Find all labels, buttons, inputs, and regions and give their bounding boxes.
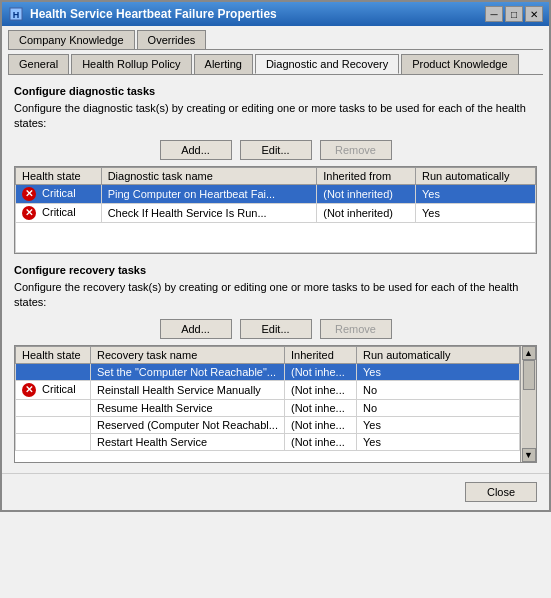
tab-overrides[interactable]: Overrides	[137, 30, 207, 49]
diagnostic-table: Health state Diagnostic task name Inheri…	[15, 167, 536, 253]
window-title: Health Service Heartbeat Failure Propert…	[30, 7, 277, 21]
diagnostic-col-task-name: Diagnostic task name	[101, 167, 317, 184]
content-area: Configure diagnostic tasks Configure the…	[2, 75, 549, 473]
minimize-button[interactable]: ─	[485, 6, 503, 22]
tab-diagnostic-recovery[interactable]: Diagnostic and Recovery	[255, 54, 399, 74]
recovery-table: Health state Recovery task name Inherite…	[15, 346, 520, 451]
row-health-state	[16, 433, 91, 450]
table-row[interactable]: Resume Health Service (Not inhe... No	[16, 399, 520, 416]
table-row[interactable]: ✕ Critical Reinstall Health Service Manu…	[16, 380, 520, 399]
diagnostic-col-inherited: Inherited from	[317, 167, 416, 184]
row-task-name: Set the "Computer Not Reachable"...	[91, 363, 285, 380]
table-row-empty	[16, 222, 536, 252]
row-inherited: (Not inherited)	[317, 203, 416, 222]
row-inherited: (Not inhe...	[284, 363, 356, 380]
tabs-row1: Company Knowledge Overrides	[2, 26, 549, 49]
row-task-name: Resume Health Service	[91, 399, 285, 416]
row-inherited: (Not inherited)	[317, 184, 416, 203]
row-inherited: (Not inhe...	[284, 380, 356, 399]
table-row[interactable]: ✕ Critical Ping Computer on Heartbeat Fa…	[16, 184, 536, 203]
diagnostic-section-desc: Configure the diagnostic task(s) by crea…	[14, 101, 537, 132]
row-task-name: Restart Health Service	[91, 433, 285, 450]
recovery-edit-button[interactable]: Edit...	[240, 319, 312, 339]
row-task-name: Reinstall Health Service Manually	[91, 380, 285, 399]
diagnostic-section: Configure diagnostic tasks Configure the…	[14, 85, 537, 254]
diagnostic-edit-button[interactable]: Edit...	[240, 140, 312, 160]
row-health-state	[16, 363, 91, 380]
row-health-state	[16, 399, 91, 416]
recovery-section-title: Configure recovery tasks	[14, 264, 537, 276]
window-icon: H	[8, 6, 24, 22]
tab-health-rollup[interactable]: Health Rollup Policy	[71, 54, 191, 74]
error-icon: ✕	[22, 383, 36, 397]
close-button[interactable]: Close	[465, 482, 537, 502]
table-row[interactable]: Reserved (Computer Not Reachabl... (Not …	[16, 416, 520, 433]
scroll-thumb[interactable]	[523, 360, 535, 390]
tab-alerting[interactable]: Alerting	[194, 54, 253, 74]
row-health-state: ✕ Critical	[16, 184, 102, 203]
diagnostic-section-title: Configure diagnostic tasks	[14, 85, 537, 97]
row-auto: No	[356, 399, 519, 416]
recovery-section-desc: Configure the recovery task(s) by creati…	[14, 280, 537, 311]
diagnostic-table-container: Health state Diagnostic task name Inheri…	[14, 166, 537, 254]
row-auto: Yes	[356, 416, 519, 433]
row-auto: Yes	[416, 203, 536, 222]
diagnostic-col-health-state: Health state	[16, 167, 102, 184]
footer: Close	[2, 473, 549, 510]
close-window-button[interactable]: ✕	[525, 6, 543, 22]
row-health-state: ✕ Critical	[16, 203, 102, 222]
diagnostic-add-button[interactable]: Add...	[160, 140, 232, 160]
recovery-section: Configure recovery tasks Configure the r…	[14, 264, 537, 463]
row-inherited: (Not inhe...	[284, 416, 356, 433]
maximize-button[interactable]: □	[505, 6, 523, 22]
scroll-track	[522, 360, 536, 448]
error-icon: ✕	[22, 187, 36, 201]
tab-company-knowledge[interactable]: Company Knowledge	[8, 30, 135, 49]
scrollbar[interactable]: ▲ ▼	[520, 346, 536, 462]
row-task-name: Check If Health Service Is Run...	[101, 203, 317, 222]
row-auto: Yes	[416, 184, 536, 203]
diagnostic-buttons: Add... Edit... Remove	[14, 140, 537, 160]
diagnostic-col-auto: Run automatically	[416, 167, 536, 184]
scroll-down-button[interactable]: ▼	[522, 448, 536, 462]
tabs-row2: General Health Rollup Policy Alerting Di…	[2, 50, 549, 74]
row-auto: Yes	[356, 363, 519, 380]
recovery-col-task-name: Recovery task name	[91, 346, 285, 363]
row-health-state: ✕ Critical	[16, 380, 91, 399]
title-controls: ─ □ ✕	[485, 6, 543, 22]
error-icon: ✕	[22, 206, 36, 220]
title-bar-left: H Health Service Heartbeat Failure Prope…	[8, 6, 277, 22]
scroll-up-button[interactable]: ▲	[522, 346, 536, 360]
row-auto: No	[356, 380, 519, 399]
svg-text:H: H	[13, 10, 20, 20]
recovery-col-inherited: Inherited	[284, 346, 356, 363]
table-row[interactable]: Restart Health Service (Not inhe... Yes	[16, 433, 520, 450]
recovery-add-button[interactable]: Add...	[160, 319, 232, 339]
tab-product-knowledge[interactable]: Product Knowledge	[401, 54, 518, 74]
recovery-table-scroll[interactable]: Health state Recovery task name Inherite…	[15, 346, 520, 462]
recovery-col-health-state: Health state	[16, 346, 91, 363]
recovery-table-scroll-area: Health state Recovery task name Inherite…	[14, 345, 537, 463]
table-row[interactable]: ✕ Critical Check If Health Service Is Ru…	[16, 203, 536, 222]
main-window: H Health Service Heartbeat Failure Prope…	[0, 0, 551, 512]
row-inherited: (Not inhe...	[284, 399, 356, 416]
diagnostic-remove-button[interactable]: Remove	[320, 140, 392, 160]
recovery-buttons: Add... Edit... Remove	[14, 319, 537, 339]
row-inherited: (Not inhe...	[284, 433, 356, 450]
row-auto: Yes	[356, 433, 519, 450]
row-task-name: Ping Computer on Heartbeat Fai...	[101, 184, 317, 203]
row-task-name: Reserved (Computer Not Reachabl...	[91, 416, 285, 433]
recovery-col-auto: Run automatically	[356, 346, 519, 363]
title-bar: H Health Service Heartbeat Failure Prope…	[2, 2, 549, 26]
row-health-state	[16, 416, 91, 433]
table-row[interactable]: Set the "Computer Not Reachable"... (Not…	[16, 363, 520, 380]
tab-general[interactable]: General	[8, 54, 69, 74]
recovery-remove-button[interactable]: Remove	[320, 319, 392, 339]
